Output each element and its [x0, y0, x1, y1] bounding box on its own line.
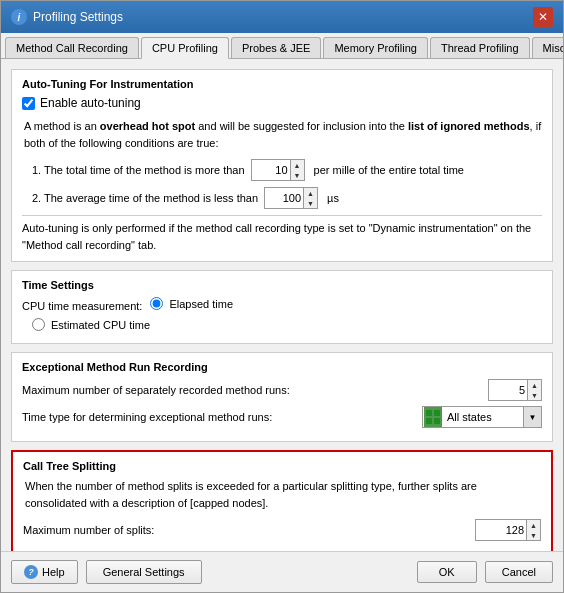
- dropdown-color-icon: [424, 407, 442, 427]
- elapsed-time-row: Elapsed time: [150, 297, 233, 310]
- condition1-spin-down[interactable]: ▼: [291, 170, 304, 180]
- tab-cpu-profiling[interactable]: CPU Profiling: [141, 37, 229, 59]
- max-runs-input[interactable]: [489, 380, 527, 400]
- tab-memory-profiling[interactable]: Memory Profiling: [323, 37, 428, 58]
- condition2-spin-up[interactable]: ▲: [304, 188, 317, 198]
- dialog-content: Method Call Recording CPU Profiling Prob…: [1, 33, 563, 592]
- time-type-label: Time type for determining exceptional me…: [22, 411, 272, 423]
- max-splits-spin: ▲ ▼: [526, 520, 540, 540]
- call-tree-title: Call Tree Splitting: [23, 460, 541, 472]
- max-runs-spin-up[interactable]: ▲: [528, 380, 541, 390]
- elapsed-time-radio[interactable]: [150, 297, 163, 310]
- help-icon: ?: [24, 565, 38, 579]
- condition2-input-wrapper: ▲ ▼: [264, 187, 318, 209]
- ok-button[interactable]: OK: [417, 561, 477, 583]
- max-runs-input-wrapper: ▲ ▼: [488, 379, 542, 401]
- elapsed-time-label: Elapsed time: [169, 298, 233, 310]
- condition1-input[interactable]: [252, 160, 290, 180]
- main-content: Auto-Tuning For Instrumentation Enable a…: [1, 59, 563, 551]
- title-bar: i Profiling Settings ✕: [1, 1, 563, 33]
- condition1-suffix: per mille of the entire total time: [314, 164, 464, 176]
- estimated-cpu-label: Estimated CPU time: [51, 319, 150, 331]
- condition2-spin: ▲ ▼: [303, 188, 317, 208]
- condition2-input[interactable]: [265, 188, 303, 208]
- call-tree-description: When the number of method splits is exce…: [23, 478, 541, 511]
- window-icon: i: [11, 9, 27, 25]
- max-splits-input[interactable]: [476, 520, 526, 540]
- main-window: i Profiling Settings ✕ Method Call Recor…: [0, 0, 564, 593]
- condition1-input-wrapper: ▲ ▼: [251, 159, 305, 181]
- time-settings-title: Time Settings: [22, 279, 542, 291]
- auto-tuning-section: Auto-Tuning For Instrumentation Enable a…: [11, 69, 553, 262]
- svg-rect-1: [434, 410, 440, 416]
- max-runs-label: Maximum number of separately recorded me…: [22, 384, 290, 396]
- max-runs-spin: ▲ ▼: [527, 380, 541, 400]
- condition1-row: 1. The total time of the method is more …: [22, 159, 542, 181]
- condition2-spin-down[interactable]: ▼: [304, 198, 317, 208]
- bottom-right-buttons: OK Cancel: [417, 561, 553, 583]
- title-bar-left: i Profiling Settings: [11, 9, 123, 25]
- dropdown-value: All states: [443, 411, 523, 423]
- auto-tuning-note: Auto-tuning is only performed if the met…: [22, 220, 542, 253]
- cancel-button[interactable]: Cancel: [485, 561, 553, 583]
- call-tree-section: Call Tree Splitting When the number of m…: [11, 450, 553, 551]
- max-runs-spin-down[interactable]: ▼: [528, 390, 541, 400]
- help-button[interactable]: ? Help: [11, 560, 78, 584]
- time-type-row: Time type for determining exceptional me…: [22, 406, 542, 428]
- auto-tuning-title: Auto-Tuning For Instrumentation: [22, 78, 542, 90]
- estimated-cpu-radio[interactable]: [32, 318, 45, 331]
- estimated-cpu-row: Estimated CPU time: [32, 318, 542, 331]
- auto-tuning-description: A method is an overhead hot spot and wil…: [22, 118, 542, 151]
- max-splits-label: Maximum number of splits:: [23, 524, 154, 536]
- info-text-1: A method is an: [24, 120, 100, 132]
- condition1-spin-up[interactable]: ▲: [291, 160, 304, 170]
- info-bold-2: list of ignored methods: [408, 120, 530, 132]
- tab-thread-profiling[interactable]: Thread Profiling: [430, 37, 530, 58]
- max-splits-input-wrapper: ▲ ▼: [475, 519, 541, 541]
- max-splits-row: Maximum number of splits: ▲ ▼: [23, 519, 541, 541]
- dropdown-arrow-icon[interactable]: ▼: [523, 407, 541, 427]
- time-settings-section: Time Settings CPU time measurement: Elap…: [11, 270, 553, 344]
- cpu-measurement-row: CPU time measurement: Elapsed time: [22, 297, 542, 314]
- cpu-label: CPU time measurement:: [22, 300, 142, 312]
- close-button[interactable]: ✕: [533, 7, 553, 27]
- svg-rect-2: [426, 418, 432, 424]
- info-text-2: and will be suggested for inclusion into…: [195, 120, 408, 132]
- enable-auto-tuning-label: Enable auto-tuning: [40, 96, 141, 110]
- condition2-row: 2. The average time of the method is les…: [22, 187, 542, 209]
- general-settings-button[interactable]: General Settings: [86, 560, 202, 584]
- enable-auto-tuning-row: Enable auto-tuning: [22, 96, 542, 110]
- svg-rect-3: [434, 418, 440, 424]
- exceptional-method-title: Exceptional Method Run Recording: [22, 361, 542, 373]
- time-type-dropdown[interactable]: All states ▼: [422, 406, 542, 428]
- estimated-cpu-group: Estimated CPU time: [32, 318, 542, 331]
- tab-bar: Method Call Recording CPU Profiling Prob…: [1, 33, 563, 59]
- tab-miscellaneous[interactable]: Miscellaneous: [532, 37, 563, 58]
- max-splits-spin-down[interactable]: ▼: [527, 530, 540, 540]
- condition2-suffix: µs: [327, 192, 339, 204]
- svg-rect-0: [426, 410, 432, 416]
- divider-1: [22, 215, 542, 216]
- condition1-spin: ▲ ▼: [290, 160, 304, 180]
- bottom-bar: ? Help General Settings OK Cancel: [1, 551, 563, 592]
- window-title: Profiling Settings: [33, 10, 123, 24]
- max-splits-spin-up[interactable]: ▲: [527, 520, 540, 530]
- bottom-left-buttons: ? Help General Settings: [11, 560, 202, 584]
- exceptional-method-section: Exceptional Method Run Recording Maximum…: [11, 352, 553, 442]
- info-bold-1: overhead hot spot: [100, 120, 195, 132]
- condition2-prefix: 2. The average time of the method is les…: [32, 192, 258, 204]
- condition1-prefix: 1. The total time of the method is more …: [32, 164, 245, 176]
- tab-probes-jee[interactable]: Probes & JEE: [231, 37, 321, 58]
- max-runs-row: Maximum number of separately recorded me…: [22, 379, 542, 401]
- enable-auto-tuning-checkbox[interactable]: [22, 97, 35, 110]
- tab-method-call[interactable]: Method Call Recording: [5, 37, 139, 58]
- help-label: Help: [42, 566, 65, 578]
